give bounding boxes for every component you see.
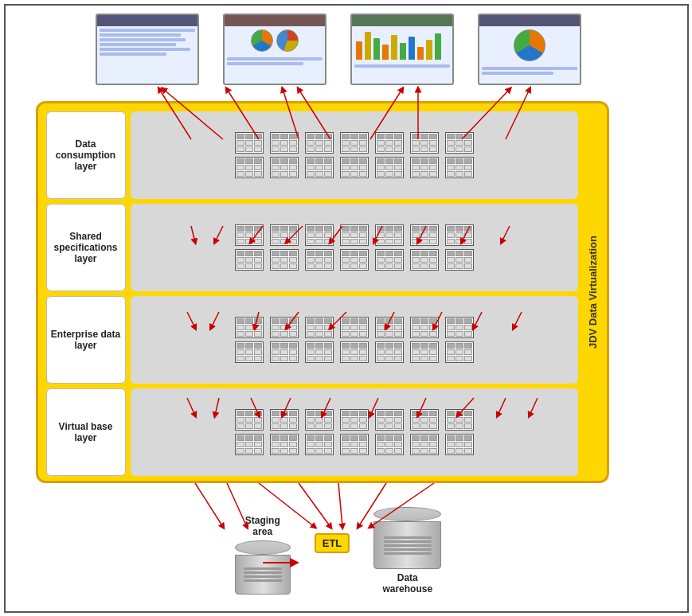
mini-table: [340, 341, 369, 363]
warehouse-cylinder: [373, 507, 441, 569]
cylinder-body-warehouse: [373, 521, 441, 569]
mini-table: [305, 341, 334, 363]
mini-table: [375, 224, 404, 246]
mini-table: [270, 317, 299, 338]
mini-table: [410, 132, 439, 154]
mini-table: [410, 434, 439, 455]
bar-2: [365, 32, 371, 60]
mini-table: [375, 409, 404, 431]
mini-table: [375, 157, 404, 178]
mini-table: [235, 132, 264, 154]
pie-chart-1: [251, 29, 273, 52]
bar-9: [426, 40, 432, 60]
warehouse-label: Data warehouse: [382, 572, 432, 595]
mini-table: [410, 341, 439, 363]
cyl-line: [384, 552, 432, 555]
layer-row-enterprise: Enterprise data layer: [46, 296, 578, 384]
mini-table: [445, 434, 474, 455]
bar-10: [435, 33, 441, 60]
staging-group: Staging area: [235, 515, 291, 595]
app-screenshot-3: [350, 14, 454, 85]
mini-table: [340, 224, 369, 246]
mini-table: [445, 132, 474, 154]
mini-table: [270, 341, 299, 363]
etl-badge: ETL: [315, 533, 350, 553]
staging-cylinder: [235, 540, 291, 595]
mini-table: [305, 224, 334, 246]
cyl-line: [384, 536, 432, 539]
layer-row-virtual: Virtual base layer: [46, 388, 578, 476]
app-screenshot-1: [96, 14, 199, 85]
cyl-line: [384, 544, 432, 547]
pie-chart-2: [276, 29, 299, 52]
mini-table: [445, 157, 474, 178]
mini-table: [340, 157, 369, 178]
mini-table: [445, 409, 474, 431]
warehouse-group: Data warehouse: [373, 507, 441, 595]
cyl-line: [384, 548, 432, 551]
mini-table: [375, 317, 404, 338]
cyl-line: [384, 540, 432, 543]
app-screenshot-2: [223, 14, 326, 85]
cylinder-top-staging: [235, 540, 291, 555]
tables-row-2-virtual: [235, 434, 474, 455]
mini-table: [410, 409, 439, 431]
tables-row-1-enterprise: [235, 317, 474, 338]
bar-6: [400, 43, 406, 60]
cyl-line: [244, 567, 282, 570]
bottom-area: Staging area ETL: [52, 507, 625, 595]
mini-table: [235, 409, 264, 431]
mini-table: [270, 132, 299, 154]
app-bar-3: [352, 15, 452, 26]
bar-4: [382, 45, 389, 60]
mini-table: [340, 317, 369, 338]
mini-table: [340, 249, 369, 271]
cyl-line: [244, 579, 282, 582]
bar-5: [391, 35, 397, 60]
layer-label-shared: Shared specifications layer: [46, 204, 126, 291]
app-bar-1: [97, 15, 197, 26]
mini-table: [305, 157, 334, 178]
mini-table: [410, 317, 439, 338]
main-container: JDV Data Virtualization Data consumption…: [4, 4, 689, 613]
app-bar-4: [479, 15, 580, 26]
tables-row-2-consumption: [235, 157, 474, 178]
top-apps-area: [84, 14, 593, 85]
layer-content-enterprise: [131, 296, 578, 384]
mini-table: [375, 249, 404, 271]
app-screenshot-4: [478, 14, 581, 85]
bar-8: [417, 47, 424, 60]
pie-area-1: [225, 26, 325, 55]
mini-table: [445, 224, 474, 246]
layer-label-consumption: Data consumption layer: [46, 111, 126, 199]
tables-row-1-consumption: [235, 132, 474, 154]
mini-table: [340, 434, 369, 455]
mini-table: [305, 317, 334, 338]
mini-table: [235, 224, 264, 246]
cylinder-top-warehouse: [373, 507, 441, 521]
app-body-2: [225, 55, 325, 68]
mini-table: [375, 341, 404, 363]
staging-label: Staging area: [245, 515, 280, 537]
mini-table: [340, 132, 369, 154]
mini-table: [305, 249, 334, 271]
layer-content-shared: [131, 204, 578, 291]
mini-table: [375, 132, 404, 154]
layer-content-virtual: [131, 388, 578, 476]
mini-table: [270, 224, 299, 246]
mini-table: [305, 409, 334, 431]
mini-table: [445, 341, 474, 363]
app-bar-2: [225, 15, 325, 26]
app-body-1: [97, 26, 197, 58]
mini-table: [410, 249, 439, 271]
mini-table: [270, 249, 299, 271]
layer-row-shared: Shared specifications layer: [46, 204, 578, 291]
bar-3: [373, 38, 380, 60]
mini-table: [305, 132, 334, 154]
yellow-box: JDV Data Virtualization Data consumption…: [36, 101, 609, 483]
mini-table: [270, 157, 299, 178]
bar-7: [409, 37, 415, 60]
tables-row-1-virtual: [235, 409, 474, 431]
mini-table: [445, 317, 474, 338]
mini-table: [270, 409, 299, 431]
